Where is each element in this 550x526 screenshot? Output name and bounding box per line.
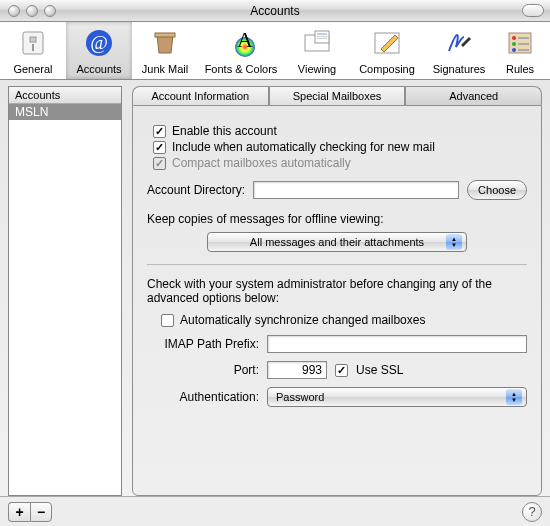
accounts-sidebar: Accounts MSLN — [8, 86, 122, 496]
include-auto-check-label: Include when automatically checking for … — [172, 140, 435, 154]
imap-prefix-label: IMAP Path Prefix: — [147, 337, 259, 351]
use-ssl-checkbox[interactable] — [335, 364, 348, 377]
toolbar-junk-mail[interactable]: Junk Mail — [132, 22, 198, 79]
add-account-button[interactable]: + — [8, 502, 30, 522]
svg-rect-2 — [32, 44, 34, 51]
port-input[interactable] — [267, 361, 327, 379]
svg-point-15 — [512, 36, 516, 40]
include-auto-check-checkbox[interactable] — [153, 141, 166, 154]
keep-copies-select[interactable]: All messages and their attachments ▲▼ — [207, 232, 467, 252]
toolbar-signatures[interactable]: Signatures — [424, 22, 494, 79]
svg-rect-5 — [155, 33, 175, 37]
auto-sync-checkbox[interactable] — [161, 314, 174, 327]
help-button[interactable]: ? — [522, 502, 542, 522]
preferences-toolbar: General @ Accounts Junk Mail A Fonts & C… — [0, 22, 550, 80]
enable-account-label: Enable this account — [172, 124, 277, 138]
general-icon — [17, 27, 49, 59]
svg-rect-11 — [317, 36, 327, 37]
authentication-select[interactable]: Password ▲▼ — [267, 387, 527, 407]
toolbar-label: General — [13, 63, 52, 75]
viewing-icon — [301, 27, 333, 59]
keep-copies-label: Keep copies of messages for offline view… — [147, 212, 527, 226]
auto-sync-row[interactable]: Automatically synchronize changed mailbo… — [147, 313, 527, 327]
authentication-value: Password — [276, 391, 324, 403]
bottom-bar: + − ? — [0, 496, 550, 526]
authentication-label: Authentication: — [147, 390, 259, 404]
enable-account-row[interactable]: Enable this account — [147, 124, 527, 138]
accounts-icon: @ — [83, 27, 115, 59]
toolbar-label: Signatures — [433, 63, 486, 75]
use-ssl-label: Use SSL — [356, 363, 403, 377]
tab-account-information[interactable]: Account Information — [132, 86, 269, 105]
composing-icon — [371, 27, 403, 59]
remove-account-button[interactable]: − — [30, 502, 52, 522]
select-arrows-icon: ▲▼ — [506, 389, 522, 405]
account-list-item[interactable]: MSLN — [9, 104, 121, 120]
toolbar-rules[interactable]: Rules — [494, 22, 546, 79]
port-label: Port: — [147, 363, 259, 377]
account-directory-input[interactable] — [253, 181, 459, 199]
signatures-icon — [443, 27, 475, 59]
include-auto-check-row[interactable]: Include when automatically checking for … — [147, 140, 527, 154]
auto-sync-label: Automatically synchronize changed mailbo… — [180, 313, 425, 327]
svg-text:@: @ — [90, 32, 107, 53]
toolbar-label: Composing — [359, 63, 415, 75]
toolbar-label: Junk Mail — [142, 63, 188, 75]
fonts-colors-icon: A — [225, 27, 257, 59]
toolbar-label: Rules — [506, 63, 534, 75]
compact-mailboxes-checkbox — [153, 157, 166, 170]
svg-rect-10 — [317, 33, 327, 35]
rules-icon — [504, 27, 536, 59]
sidebar-header[interactable]: Accounts — [9, 87, 121, 104]
toolbar-general[interactable]: General — [0, 22, 66, 79]
titlebar: Accounts — [0, 0, 550, 22]
toolbar-label: Fonts & Colors — [205, 63, 278, 75]
svg-rect-19 — [518, 43, 529, 45]
svg-rect-12 — [317, 38, 327, 39]
toolbar-composing[interactable]: Composing — [350, 22, 424, 79]
compact-mailboxes-row: Compact mailboxes automatically — [147, 156, 527, 170]
junk-mail-icon — [149, 27, 181, 59]
enable-account-checkbox[interactable] — [153, 125, 166, 138]
tab-advanced[interactable]: Advanced — [405, 86, 542, 105]
select-arrows-icon: ▲▼ — [446, 234, 462, 250]
imap-prefix-input[interactable] — [267, 335, 527, 353]
window-title: Accounts — [0, 4, 550, 18]
toolbar-label: Viewing — [298, 63, 336, 75]
toolbar-accounts[interactable]: @ Accounts — [66, 22, 132, 79]
keep-copies-value: All messages and their attachments — [250, 236, 424, 248]
toolbar-label: Accounts — [76, 63, 121, 75]
svg-rect-20 — [518, 49, 529, 51]
account-directory-label: Account Directory: — [147, 183, 245, 197]
add-remove-buttons: + − — [8, 502, 52, 522]
choose-button[interactable]: Choose — [467, 180, 527, 200]
svg-rect-18 — [518, 37, 529, 39]
compact-mailboxes-label: Compact mailboxes automatically — [172, 156, 351, 170]
toolbar-viewing[interactable]: Viewing — [284, 22, 350, 79]
svg-point-16 — [512, 42, 516, 46]
divider — [147, 264, 527, 265]
account-tabs: Account Information Special Mailboxes Ad… — [132, 86, 542, 105]
tab-special-mailboxes[interactable]: Special Mailboxes — [269, 86, 406, 105]
svg-point-17 — [512, 48, 516, 52]
toolbar-fonts-colors[interactable]: A Fonts & Colors — [198, 22, 284, 79]
advanced-panel: Enable this account Include when automat… — [132, 105, 542, 496]
svg-rect-1 — [30, 37, 36, 42]
toolbar-toggle-pill[interactable] — [522, 4, 544, 17]
admin-note: Check with your system administrator bef… — [147, 277, 527, 305]
svg-text:A: A — [237, 27, 253, 52]
